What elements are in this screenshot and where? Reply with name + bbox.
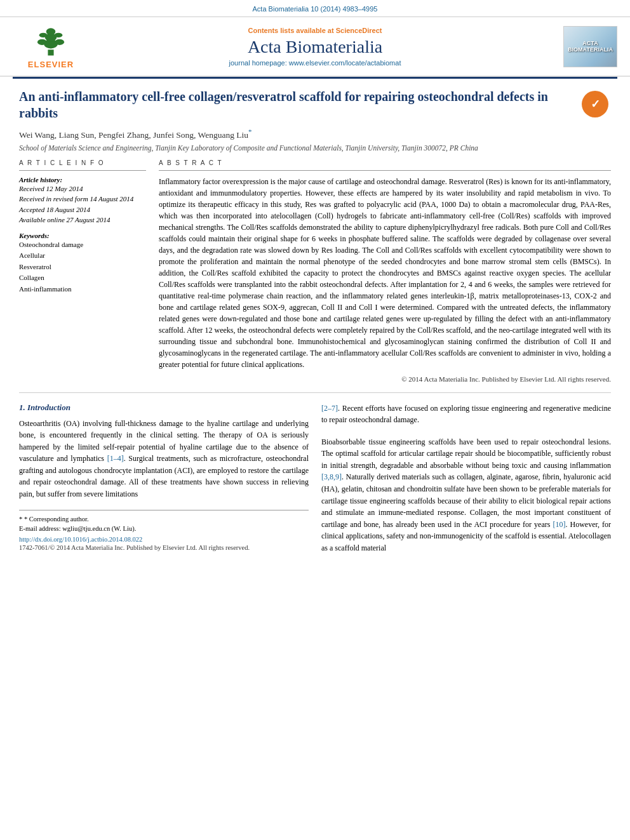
email-link[interactable]: wgliu@tju.edu.cn xyxy=(62,525,110,532)
ref-3-8-9[interactable]: [3,8,9] xyxy=(321,472,342,481)
abstract-divider xyxy=(159,170,611,171)
revised-date: Received in revised form 14 August 2014 xyxy=(19,194,146,204)
top-bar: Acta Biomaterialia 10 (2014) 4983–4995 xyxy=(0,0,630,17)
keyword-4: Collagen xyxy=(19,272,146,284)
acta-logo-area: ACTABIOMATERIALIA xyxy=(541,26,617,67)
journal-homepage: journal homepage: www.elsevier.com/locat… xyxy=(89,59,541,67)
abstract-column: A B S T R A C T Inflammatory factor over… xyxy=(159,159,611,383)
journal-header: ELSEVIER Contents lists available at Sci… xyxy=(0,17,630,77)
keyword-5: Anti-inflammation xyxy=(19,284,146,295)
svg-point-7 xyxy=(55,33,63,37)
svg-text:✓: ✓ xyxy=(591,98,600,110)
paper-title-area: An anti-inflammatory cell-free collagen/… xyxy=(19,88,611,121)
svg-point-3 xyxy=(46,28,56,35)
body-section: 1. Introduction Osteoarthritis (OA) invo… xyxy=(19,403,611,554)
history-label: Article history: xyxy=(19,176,146,183)
ref-10[interactable]: [10] xyxy=(553,520,565,529)
article-info-divider xyxy=(19,170,146,171)
intro-left-text: Osteoarthritis (OA) involving full-thick… xyxy=(19,418,309,500)
keyword-2: Acellular xyxy=(19,250,146,262)
journal-title-area: Contents lists available at ScienceDirec… xyxy=(89,27,541,67)
svg-point-5 xyxy=(55,39,64,45)
paper-title: An anti-inflammatory cell-free collagen/… xyxy=(19,90,548,120)
sciencedirect-link: Contents lists available at ScienceDirec… xyxy=(89,27,541,34)
elsevier-logo-area: ELSEVIER xyxy=(13,23,89,69)
intro-right-text: [2–7]. Recent efforts have focused on ex… xyxy=(321,403,611,426)
email-note: E-mail address: wgliu@tju.edu.cn (W. Liu… xyxy=(19,524,309,534)
crossmark-icon: ✓ xyxy=(582,91,608,117)
keyword-1: Osteochondral damage xyxy=(19,239,146,251)
body-left-column: 1. Introduction Osteoarthritis (OA) invo… xyxy=(19,403,309,554)
article-info-column: A R T I C L E I N F O Article history: R… xyxy=(19,159,146,383)
acta-logo-text: ACTABIOMATERIALIA xyxy=(568,40,613,53)
elsevier-logo: ELSEVIER xyxy=(13,23,89,69)
elsevier-label: ELSEVIER xyxy=(28,60,74,69)
received-date: Received 12 May 2014 xyxy=(19,183,146,194)
section-divider xyxy=(19,392,611,393)
keywords-label: Keywords: xyxy=(19,232,146,239)
corresponding-author-note: * * Corresponding author. xyxy=(19,514,309,524)
section-title: 1. Introduction xyxy=(19,403,309,413)
svg-point-4 xyxy=(37,39,47,45)
abstract-header: A B S T R A C T xyxy=(159,159,611,166)
svg-point-6 xyxy=(39,33,48,37)
intro-right-text-2: Bioabsorbable tissue engineering scaffol… xyxy=(321,436,611,554)
available-date: Available online 27 August 2014 xyxy=(19,215,146,225)
doi-link[interactable]: http://dx.doi.org/10.1016/j.actbio.2014.… xyxy=(19,536,309,543)
ref-2-7[interactable]: [2–7] xyxy=(321,404,338,413)
abstract-text: Inflammatory factor overexpression is th… xyxy=(159,176,611,370)
elsevier-tree-icon xyxy=(29,23,73,58)
journal-ref: Acta Biomaterialia 10 (2014) 4983–4995 xyxy=(253,5,378,13)
main-content: An anti-inflammatory cell-free collagen/… xyxy=(0,79,630,564)
article-history: Article history: Received 12 May 2014 Re… xyxy=(19,176,146,225)
article-meta-section: A R T I C L E I N F O Article history: R… xyxy=(19,159,611,383)
affiliation: School of Materials Science and Engineer… xyxy=(19,144,611,152)
footnote-section: * * Corresponding author. E-mail address… xyxy=(19,510,309,552)
accepted-date: Accepted 18 August 2014 xyxy=(19,204,146,215)
crossmark-badge: ✓ xyxy=(579,88,611,120)
journal-title: Acta Biomaterialia xyxy=(89,37,541,57)
footnote-asterisk: * xyxy=(19,516,24,523)
keywords-section: Keywords: Osteochondral damage Acellular… xyxy=(19,232,146,295)
keyword-3: Resveratrol xyxy=(19,262,146,273)
acta-logo: ACTABIOMATERIALIA xyxy=(563,26,617,67)
issn-line: 1742-7061/© 2014 Acta Materialia Inc. Pu… xyxy=(19,544,309,551)
article-info-header: A R T I C L E I N F O xyxy=(19,159,146,166)
copyright-line: © 2014 Acta Materialia Inc. Published by… xyxy=(159,375,611,383)
asterisk-marker: * xyxy=(248,128,252,135)
svg-rect-0 xyxy=(48,50,53,55)
ref-1-4[interactable]: [1–4] xyxy=(107,454,124,463)
authors: Wei Wang, Liang Sun, Pengfei Zhang, Junf… xyxy=(19,128,611,140)
body-right-column: [2–7]. Recent efforts have focused on ex… xyxy=(321,403,611,554)
